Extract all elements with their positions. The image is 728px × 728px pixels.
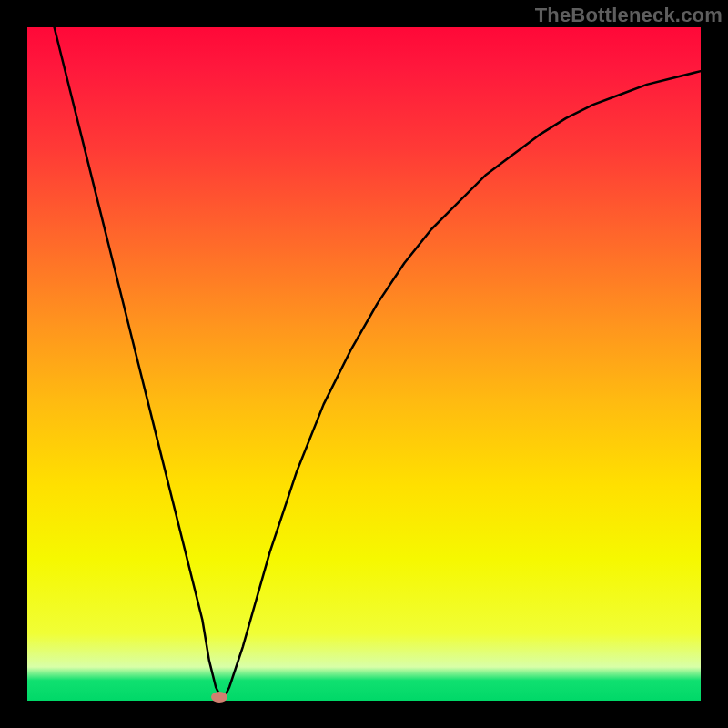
optimum-marker-icon bbox=[211, 692, 228, 703]
plot-area bbox=[27, 27, 701, 701]
watermark-text: TheBottleneck.com bbox=[535, 4, 723, 27]
bottleneck-curve bbox=[27, 0, 701, 701]
curve-layer bbox=[27, 27, 701, 701]
chart-frame: TheBottleneck.com bbox=[0, 0, 728, 728]
